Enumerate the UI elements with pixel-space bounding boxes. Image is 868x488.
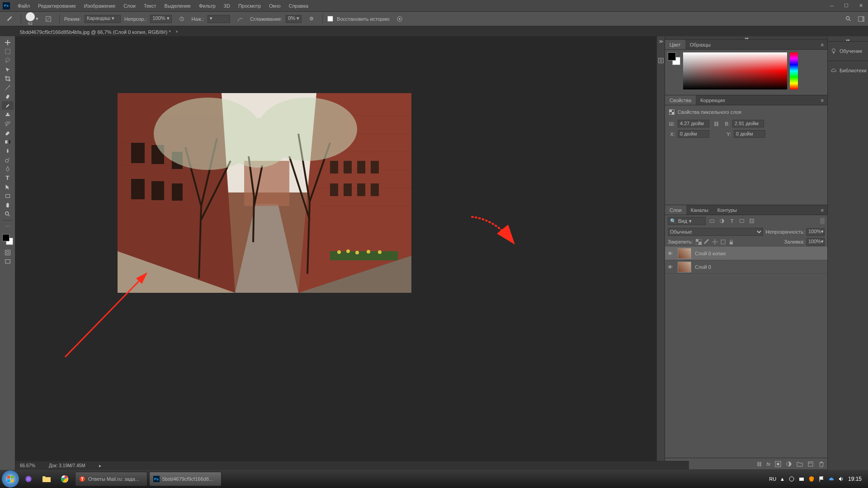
chevron-down-icon[interactable]: ▾ [36,16,38,22]
filter-pixel-icon[interactable] [708,217,716,225]
tab-channels[interactable]: Каналы [686,205,713,215]
y-field[interactable]: 0 дюйм [734,130,765,138]
filter-smart-icon[interactable] [748,217,755,225]
tray-cloud-icon[interactable] [828,476,835,482]
link-wh-icon[interactable]: ⛓ [712,121,721,127]
canvas[interactable] [15,36,656,470]
color-field[interactable] [683,52,787,89]
tab-properties[interactable]: Свойства [665,95,696,105]
crop-tool-icon[interactable] [2,74,14,83]
smoothing-select[interactable]: 0% ▾ [286,15,302,23]
taskbar-item-browser[interactable]: Ответы Mail.ru: зада... [75,472,147,486]
layer-thumbnail[interactable] [678,262,691,272]
window-close-icon[interactable]: ✕ [854,0,868,11]
tray-up-icon[interactable]: ▲ [780,476,785,482]
menu-filter[interactable]: Фильтр [195,0,220,11]
mode-select[interactable]: Карандаш ▾ [85,15,121,23]
panel-dock-icon[interactable]: ≫ [659,39,663,44]
smoothing-gear-icon[interactable]: ⚙ [305,14,318,24]
flow-select[interactable]: ▾ [208,15,230,23]
fill-field[interactable]: 100%▾ [807,238,825,246]
taskbar-item-photoshop[interactable]: Ps 5bdd4679cf9cf166d8... [149,472,222,486]
layer-opacity-field[interactable]: 100%▾ [807,228,825,236]
menu-3d[interactable]: 3D [220,0,234,11]
close-tab-icon[interactable]: × [175,29,178,34]
tool-preset-icon[interactable] [4,14,16,24]
path-select-tool-icon[interactable] [2,183,14,191]
start-button[interactable] [2,470,19,488]
blend-mode-select[interactable]: Обычные [668,228,763,236]
history-panel-icon[interactable] [658,57,664,64]
menu-text[interactable]: Текст [140,0,160,11]
taskbar-app-icon[interactable] [20,472,37,486]
window-maximize-icon[interactable]: ☐ [839,0,854,11]
visibility-icon[interactable]: 👁 [668,264,674,270]
lock-artboard-icon[interactable] [720,239,726,245]
adjustment-layer-icon[interactable] [786,461,792,467]
width-field[interactable]: 4.27 дюйм [678,120,709,127]
tray-network-icon[interactable] [788,476,795,482]
x-field[interactable]: 0 дюйм [678,130,709,138]
foreground-color[interactable] [2,234,9,241]
zoom-level[interactable]: 66.67% [20,463,35,468]
language-indicator[interactable]: RU [769,476,776,482]
delete-layer-icon[interactable] [818,461,825,467]
hand-tool-icon[interactable] [2,201,14,209]
taskbar-clock[interactable]: 19:15 [848,476,862,482]
menu-help[interactable]: Справка [285,0,312,11]
lasso-tool-icon[interactable] [2,56,14,65]
pressure-opacity-icon[interactable] [175,14,188,24]
tray-flag-icon[interactable] [818,476,825,482]
filter-adjust-icon[interactable] [718,217,726,225]
search-icon[interactable] [845,16,852,22]
brush-panel-icon[interactable] [42,14,55,24]
pen-tool-icon[interactable] [2,164,14,173]
layer-mask-icon[interactable] [775,461,781,467]
zoom-tool-icon[interactable] [2,210,14,218]
edit-toolbar-icon[interactable]: ⋯ [2,222,14,231]
visibility-icon[interactable]: 👁 [668,251,674,256]
tab-layers[interactable]: Слои [665,205,686,215]
pressure-size-icon[interactable] [393,14,406,24]
link-layers-icon[interactable]: ⛓ [757,461,762,467]
layer-thumbnail[interactable] [678,248,691,259]
color-panel-swatch[interactable] [668,52,680,65]
move-tool-icon[interactable] [2,38,14,47]
quickmask-icon[interactable] [2,248,14,257]
menu-view[interactable]: Просмотр [234,0,265,11]
tab-paths[interactable]: Контуры [713,205,741,215]
tray-volume-icon[interactable] [838,476,844,482]
tray-shield-icon[interactable] [808,476,815,482]
menu-file[interactable]: Файл [14,0,34,11]
tray-action-icon[interactable] [798,476,805,482]
lock-position-icon[interactable] [712,239,718,245]
eraser-tool-icon[interactable] [2,128,14,137]
menu-layers[interactable]: Слои [119,0,140,11]
hue-slider[interactable] [790,52,798,89]
panel-menu-icon[interactable]: ≡ [817,207,827,213]
dodge-tool-icon[interactable] [2,155,14,164]
lock-pixels-icon[interactable] [703,239,710,245]
airbrush-icon[interactable] [234,14,246,24]
history-brush-tool-icon[interactable] [2,119,14,128]
opacity-select[interactable]: 100% ▾ [150,15,171,23]
marquee-tool-icon[interactable] [2,47,14,56]
layer-name[interactable]: Слой 0 [695,264,711,270]
filter-shape-icon[interactable] [738,217,745,225]
panel-menu-icon[interactable]: ≡ [817,42,827,47]
lock-transparent-icon[interactable] [695,239,702,245]
color-swatch[interactable] [2,234,13,245]
quick-select-tool-icon[interactable] [2,65,14,74]
tab-adjustments[interactable]: Коррекция [696,95,729,105]
filter-toggle[interactable] [820,218,825,224]
filter-type-icon[interactable]: T [728,217,736,225]
layer-filter-select[interactable]: 🔍 Вид ▾ [668,217,706,225]
shape-tool-icon[interactable] [2,192,14,200]
layer-name[interactable]: Слой 0 копия [695,251,726,256]
tab-color[interactable]: Цвет [665,40,685,49]
type-tool-icon[interactable]: T [2,174,14,182]
document-tab[interactable]: 5bdd4679cf9cf166d85b4bfa.jpg @ 66,7% (Сл… [15,28,181,36]
layer-group-icon[interactable] [797,461,803,467]
libraries-panel-button[interactable]: Библиотеки [828,66,868,75]
new-layer-icon[interactable] [807,461,814,467]
